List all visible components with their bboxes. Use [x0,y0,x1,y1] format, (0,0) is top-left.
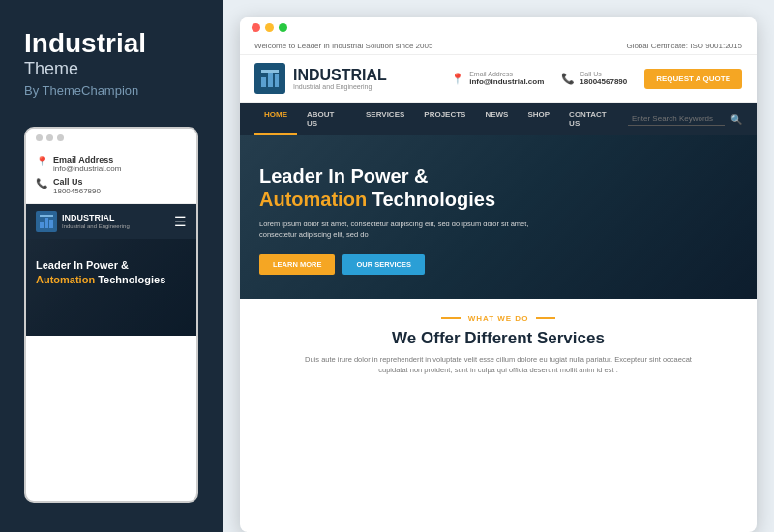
left-panel: Industrial Theme By ThemeChampion 📍 Emai… [0,0,223,532]
brand-block: Industrial Theme By ThemeChampion [24,29,198,98]
services-label-line: WHAT WE DO [259,314,737,323]
search-icon[interactable]: 🔍 [730,114,742,125]
label-dash-left [441,317,461,319]
brand-by: By ThemeChampion [24,83,198,98]
mobile-navbar: INDUSTRIAL Industrial and Engineering ☰ [26,204,196,239]
mobile-logo-area: INDUSTRIAL Industrial and Engineering [36,211,130,232]
svg-rect-2 [49,220,53,228]
brand-subtitle: Theme [24,59,198,79]
right-panel: Welcome to Leader in Industrial Solution… [223,0,774,532]
services-title: We Offer Different Services [259,329,737,348]
nav-item-home[interactable]: HOME [254,103,297,135]
nav-item-services[interactable]: SERVICES [356,103,414,135]
site-nav-links: HOMEABOUT USSERVICESPROJECTSNEWSSHOPCONT… [254,103,628,135]
mobile-email-item: 📍 Email Address info@industrial.com [36,155,187,173]
our-services-button[interactable]: OUR SERVICES [342,254,425,275]
site-email-value: info@industrial.com [469,77,544,86]
mobile-hero-accent: Automation [36,274,95,285]
site-email-icon: 📍 [451,73,464,85]
site-nav-search: 🔍 [628,112,742,126]
top-bar-right: Global Certificate: ISO 9001:2015 [626,42,742,50]
nav-item-about-us[interactable]: ABOUT US [297,103,356,135]
quote-button[interactable]: REQUEST A QUOTE [644,69,742,89]
mobile-topbar [26,129,196,147]
close-dot [252,23,260,32]
nav-item-contact-us[interactable]: CONTACT US [559,103,628,135]
site-phone-icon: 📞 [561,73,575,85]
site-phone-contact: 📞 Call Us 18004567890 [561,71,627,86]
desktop-mockup: Welcome to Leader in Industrial Solution… [240,17,757,532]
site-hero: Leader In Power & Automation Technologie… [240,135,757,299]
site-email-contact: 📍 Email Address info@industrial.com [451,71,544,86]
site-logo-icon [254,63,285,94]
top-bar-left: Welcome to Leader in Industrial Solution… [254,42,432,50]
site-services-section: WHAT WE DO We Offer Different Services D… [240,299,757,392]
mobile-logo-icon [36,211,57,232]
svg-rect-6 [275,74,279,87]
site-nav: HOMEABOUT USSERVICESPROJECTSNEWSSHOPCONT… [240,103,757,135]
nav-item-news[interactable]: NEWS [475,103,518,135]
search-input[interactable] [628,112,725,126]
brand-title: Industrial [24,29,198,59]
mobile-hero-title: Leader In Power & Automation Technologie… [36,258,187,288]
mobile-phone-item: 📞 Call Us 18004567890 [36,177,187,195]
mobile-logo-sub: Industrial and Engineering [62,223,130,229]
svg-rect-7 [261,70,279,73]
minimize-dot [265,23,274,32]
nav-item-projects[interactable]: PROJECTS [414,103,475,135]
site-hero-desc: Lorem ipsum dolor sit amet, consectetur … [259,219,530,241]
nav-item-shop[interactable]: SHOP [518,103,559,135]
svg-rect-1 [45,218,48,228]
mobile-contact-bar: 📍 Email Address info@industrial.com 📞 Ca… [26,147,196,204]
services-desc: Duis aute irure dolor in reprehenderit i… [305,354,692,376]
mobile-dot-1 [36,134,43,141]
hamburger-icon[interactable]: ☰ [174,214,187,229]
svg-rect-5 [268,73,273,87]
site-header: INDUSTRIAL Industrial and Engineering 📍 … [240,55,757,103]
site-hero-buttons: LEARN MORE OUR SERVICES [259,254,737,275]
site-hero-title: Leader In Power & Automation Technologie… [259,164,550,211]
desktop-topbar [240,17,757,38]
site-phone-label: Call Us [580,71,627,77]
site-email-label: Email Address [469,71,544,77]
site-logo-text: INDUSTRIAL [293,67,387,84]
mobile-dot-2 [46,134,53,141]
phone-icon: 📞 [36,178,47,189]
site-phone-value: 18004567890 [580,77,627,86]
site-top-bar: Welcome to Leader in Industrial Solution… [240,38,757,55]
site-logo-area: INDUSTRIAL Industrial and Engineering [254,63,387,94]
learn-more-button[interactable]: LEARN MORE [259,254,335,275]
mobile-logo-name: INDUSTRIAL [62,214,130,223]
mobile-dot-3 [57,134,64,141]
mobile-hero: Leader In Power & Automation Technologie… [26,239,196,336]
maximize-dot [279,23,287,32]
label-dash-right [536,317,555,319]
mobile-phone-label: Call Us [53,177,101,187]
svg-rect-0 [40,222,44,228]
mobile-mockup: 📍 Email Address info@industrial.com 📞 Ca… [24,127,198,503]
mobile-email-label: Email Address [53,155,121,164]
site-logo-sub: Industrial and Engineering [293,83,387,90]
services-label: WHAT WE DO [468,314,529,323]
email-icon: 📍 [36,156,47,166]
site-hero-accent: Automation [259,189,367,210]
mobile-phone-value: 18004567890 [53,187,101,195]
svg-rect-4 [261,77,266,87]
svg-rect-3 [40,215,53,217]
mobile-email-value: info@industrial.com [53,164,121,173]
site-header-contacts: 📍 Email Address info@industrial.com 📞 Ca… [451,69,742,89]
